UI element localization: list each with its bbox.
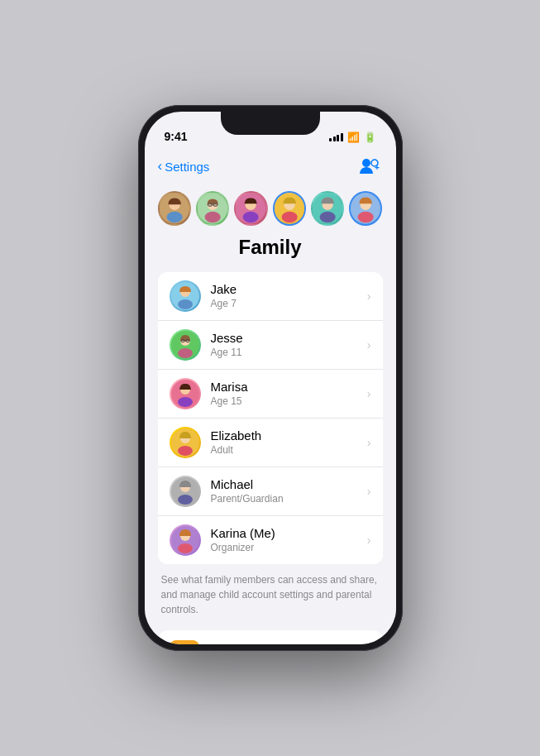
karina-chevron-icon: ›	[367, 534, 371, 547]
elizabeth-subtitle: Adult	[211, 444, 367, 457]
michael-chevron-icon: ›	[367, 485, 371, 498]
checklist-icon	[170, 640, 199, 644]
jesse-subtitle: Age 11	[211, 347, 367, 360]
michael-name: Michael	[211, 476, 367, 493]
list-item-karina[interactable]: Karina (Me) Organizer ›	[158, 516, 383, 564]
signal-icon	[329, 133, 343, 141]
list-item-jesse[interactable]: Jesse Age 11 ›	[158, 321, 383, 370]
family-members-list: Jake Age 7 ›	[158, 272, 383, 564]
checklist-name: Family Checklist	[209, 643, 367, 645]
svg-point-38	[178, 446, 193, 456]
jake-text: Jake Age 7	[211, 281, 367, 310]
avatar-jesse-small	[170, 329, 201, 361]
status-time: 9:41	[165, 130, 188, 143]
avatar-elizabeth-small	[170, 427, 201, 458]
avatar-karina[interactable]	[349, 191, 382, 226]
status-icons: 📶 🔋	[329, 132, 376, 143]
svg-point-0	[362, 159, 370, 167]
svg-point-35	[178, 397, 193, 407]
marisa-name: Marisa	[211, 379, 367, 395]
avatar-michael[interactable]	[311, 191, 344, 226]
avatar-jesse[interactable]	[196, 191, 229, 226]
michael-text: Michael Parent/Guardian	[211, 476, 367, 505]
feature-section-checklist: Family Checklist All set ›	[158, 630, 383, 644]
list-item-jake[interactable]: Jake Age 7 ›	[158, 272, 383, 321]
phone-screen: 9:41 📶 🔋 ‹ Settings	[145, 112, 396, 644]
elizabeth-name: Elizabeth	[211, 428, 367, 444]
list-item-michael[interactable]: Michael Parent/Guardian ›	[158, 467, 383, 516]
list-item-elizabeth[interactable]: Elizabeth Adult ›	[158, 419, 383, 467]
svg-point-26	[178, 299, 193, 309]
svg-point-5	[166, 212, 182, 222]
jesse-name: Jesse	[211, 330, 367, 347]
add-family-icon: +	[359, 157, 380, 175]
avatar-michael-small	[170, 476, 201, 507]
svg-point-14	[243, 212, 259, 222]
karina-name: Karina (Me)	[211, 525, 367, 542]
marisa-chevron-icon: ›	[367, 387, 371, 400]
phone-frame: 9:41 📶 🔋 ‹ Settings	[138, 105, 403, 651]
avatar-marisa-small	[170, 378, 201, 409]
svg-point-20	[319, 212, 335, 222]
michael-subtitle: Parent/Guardian	[211, 493, 367, 506]
svg-point-41	[178, 495, 193, 505]
notch	[221, 112, 320, 135]
nav-bar: ‹ Settings +	[145, 148, 396, 181]
chevron-left-icon: ‹	[158, 158, 163, 175]
avatar-row	[145, 181, 396, 232]
back-button[interactable]: ‹ Settings	[158, 159, 210, 175]
marisa-text: Marisa Age 15	[211, 379, 367, 408]
screen-content: ‹ Settings +	[145, 148, 396, 644]
avatar-karina-small	[170, 524, 201, 556]
back-label: Settings	[165, 160, 209, 174]
feature-item-checklist[interactable]: Family Checklist All set ›	[158, 630, 383, 644]
avatar-jake-small	[170, 280, 201, 312]
jake-name: Jake	[211, 281, 367, 298]
wifi-icon: 📶	[347, 132, 360, 143]
karina-subtitle: Organizer	[211, 542, 367, 555]
svg-point-11	[204, 212, 220, 222]
avatar-jake[interactable]	[158, 191, 191, 226]
elizabeth-text: Elizabeth Adult	[211, 428, 367, 457]
add-family-button[interactable]: +	[356, 155, 383, 178]
jake-subtitle: Age 7	[211, 298, 367, 311]
svg-point-44	[178, 543, 193, 553]
checklist-text: Family Checklist All set	[209, 643, 367, 645]
jesse-chevron-icon: ›	[367, 338, 371, 352]
family-description: See what family members can access and s…	[145, 564, 396, 630]
svg-point-32	[178, 348, 193, 358]
marisa-subtitle: Age 15	[211, 395, 367, 409]
svg-point-23	[358, 212, 374, 222]
battery-icon: 🔋	[364, 132, 376, 143]
jesse-text: Jesse Age 11	[211, 330, 367, 359]
list-item-marisa[interactable]: Marisa Age 15 ›	[158, 370, 383, 419]
avatar-elizabeth[interactable]	[273, 191, 306, 226]
avatar-marisa[interactable]	[234, 191, 267, 226]
svg-point-17	[281, 212, 297, 222]
elizabeth-chevron-icon: ›	[367, 436, 371, 449]
karina-text: Karina (Me) Organizer	[211, 525, 367, 554]
jake-chevron-icon: ›	[367, 289, 371, 303]
page-title: Family	[145, 232, 396, 272]
